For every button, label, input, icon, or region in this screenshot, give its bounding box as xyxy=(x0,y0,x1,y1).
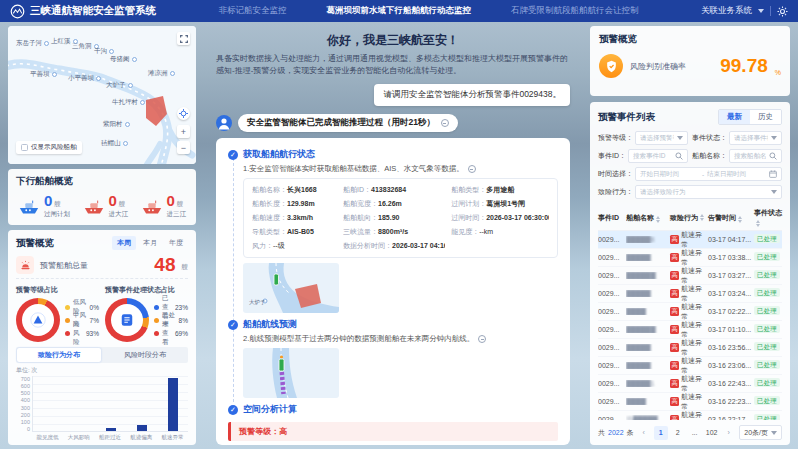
prediction-map[interactable] xyxy=(243,348,339,398)
shield-icon xyxy=(599,54,623,78)
sort-icon[interactable] xyxy=(738,216,742,223)
nav-item[interactable]: 葛洲坝坝前水域下行船舶航行动态监控 xyxy=(327,5,472,17)
level-badge: 高 xyxy=(670,253,679,262)
filter-label: 船舶名称： xyxy=(692,151,727,161)
events-filters: 预警等级：请选择预警等级事件状态：请选择事件状态事件ID：搜索事件ID船舶名称：… xyxy=(598,131,782,199)
period-tab[interactable]: 本周 xyxy=(112,236,136,250)
next-page-button[interactable]: › xyxy=(722,426,736,440)
search-icon xyxy=(675,152,683,160)
header-divider xyxy=(770,6,771,16)
page-button[interactable]: 1 xyxy=(654,426,668,440)
zoom-in-button[interactable]: + xyxy=(177,125,190,138)
risk-only-checkbox[interactable]: 仅显示风险船舶 xyxy=(16,141,82,154)
locate-icon[interactable] xyxy=(177,107,190,120)
filter-input[interactable]: 搜索事件ID xyxy=(628,149,688,163)
legend-value: 23% xyxy=(175,304,188,311)
column-header[interactable]: 告警时间 xyxy=(708,213,754,223)
collapse-icon[interactable] xyxy=(441,119,449,127)
filter-input[interactable]: 请选择事件状态 xyxy=(729,131,782,145)
step1-title: 获取船舶航行状态 xyxy=(243,148,315,161)
period-tab[interactable]: 本月 xyxy=(138,236,162,250)
sort-icon[interactable] xyxy=(756,220,760,227)
warning-level-donut xyxy=(16,298,60,342)
nav-item[interactable]: 石牌受限制航段船舶航行会让控制 xyxy=(511,5,639,17)
ship-stat-unit: 艘 xyxy=(52,200,60,207)
ship-stats: 0 艘过闸计划 0 艘进大江 0 艘进三江 xyxy=(16,194,188,219)
legend-label: 未查看 xyxy=(162,320,172,347)
checkbox-label: 仅显示风险船舶 xyxy=(31,143,77,152)
period-tab[interactable]: 年度 xyxy=(164,236,188,250)
map-place-label: 滩凉洲 xyxy=(148,69,175,78)
info-field-label: 船舶长度： xyxy=(252,200,287,207)
event-id-cell: 0029... xyxy=(598,236,626,243)
chevron-down-icon xyxy=(771,190,777,194)
step1-collapse-icon[interactable] xyxy=(468,165,476,173)
donut1-center-icon xyxy=(30,312,46,328)
table-row[interactable]: 0029...████高航速异常03-17 02:22...已处理 xyxy=(598,303,782,321)
risk-behavior-text: 航速异常 xyxy=(681,410,708,421)
total-warning-unit: 艘 xyxy=(182,263,189,272)
risk-behavior-text: 航速异常 xyxy=(681,356,708,376)
step2-collapse-icon[interactable] xyxy=(478,335,486,343)
table-row[interactable]: 0029...█████1高航速异常03-16 22:43...已处理 xyxy=(598,375,782,393)
page-size-select[interactable]: 20条/页 xyxy=(739,425,782,440)
column-header[interactable]: 船舶名称 xyxy=(626,213,670,223)
sort-icon[interactable] xyxy=(656,216,660,223)
overview-map[interactable]: 东岳子河上红溪三角洞干沟母猪阑平善坝小平善坝滩凉洲大炉子牛扎坪村紫阳村毡帽山 仅… xyxy=(8,26,196,164)
table-row[interactable]: 0029...█████高航速异常03-17 03:24...已处理 xyxy=(598,285,782,303)
column-header[interactable]: 致险行为 xyxy=(670,213,708,223)
search-icon xyxy=(769,152,777,160)
chevron-down-icon xyxy=(771,136,777,140)
event-id-cell: 0029... xyxy=(598,272,626,279)
map-label-text: 干沟 xyxy=(94,47,107,56)
page-button[interactable]: 102 xyxy=(705,426,719,440)
fullscreen-icon[interactable] xyxy=(177,32,190,45)
table-row[interactable]: 0029...██████高航速异常03-17 01:10...已处理 xyxy=(598,321,782,339)
info-field-value: 16.26m xyxy=(378,200,402,207)
zoom-out-button[interactable]: − xyxy=(177,141,190,154)
app-title: 三峡通航智能安全监管系统 xyxy=(30,4,156,18)
info-field-label: 过闸计划： xyxy=(451,200,486,207)
distribution-tab[interactable]: 风险时段分布 xyxy=(103,348,187,362)
events-tab[interactable]: 最新 xyxy=(719,110,750,124)
filter-input[interactable]: 开始日期时间-结束日期时间 xyxy=(635,167,782,181)
table-row[interactable]: 0029...█████高航速异常03-17 03:38...已处理 xyxy=(598,249,782,267)
situation-map[interactable]: 大炉子 xyxy=(243,263,339,313)
info-field-label: 三峡流量： xyxy=(343,228,378,235)
table-row[interactable]: 0029...█████高航速异常03-16 23:56...已处理 xyxy=(598,339,782,357)
table-row[interactable]: 0029...█████8高航速异常03-17 04:17...已处理 xyxy=(598,231,782,249)
map-point-icon xyxy=(109,49,114,54)
donut1-title: 预警等级占比 xyxy=(16,285,99,295)
table-row[interactable]: 0029...█████高航速异常03-16 23:06...已处理 xyxy=(598,357,782,375)
filter-input[interactable]: 请选择致险行为 xyxy=(635,185,782,199)
legend-dot-icon xyxy=(65,305,70,310)
downstream-ships-panel: 下行船舶概览 0 艘过闸计划 0 艘进大江 0 艘进三江 xyxy=(8,169,196,225)
legend-label: 高风险 xyxy=(73,320,83,347)
distribution-tab[interactable]: 致险行为分布 xyxy=(17,348,101,362)
related-systems-menu[interactable]: 关联业务系统 xyxy=(701,5,752,17)
sort-icon[interactable] xyxy=(700,214,704,221)
events-list-title: 预警事件列表 xyxy=(598,111,655,124)
info-field: 风力：--级 xyxy=(252,241,337,251)
filter-placeholder: 请选择预警等级 xyxy=(640,134,674,143)
filter-placeholder: 结束日期时间 xyxy=(707,170,766,179)
bar xyxy=(168,378,178,431)
gear-icon[interactable] xyxy=(777,6,788,17)
chevron-down-icon xyxy=(771,431,777,435)
nav-item[interactable]: 非标记船安全监控 xyxy=(219,5,287,17)
legend-value: 69% xyxy=(175,330,188,337)
prev-page-button[interactable]: ‹ xyxy=(637,426,651,440)
page-button[interactable]: ... xyxy=(688,426,702,440)
filter-input[interactable]: 搜索船舶名称 xyxy=(729,149,782,163)
ship-name-text: █████8 xyxy=(626,236,655,243)
daterange-separator: - xyxy=(702,171,704,178)
bar-category-label: 航迹偏离 xyxy=(126,432,157,441)
table-row[interactable]: 0029...██████高航速异常03-17 03:27...已处理 xyxy=(598,267,782,285)
table-row[interactable]: 0029...浩█████高航速异常03-16 22:17...已处理 xyxy=(598,411,782,420)
status-badge: 已处理 xyxy=(754,396,780,405)
table-row[interactable]: 0029...████高航速异常03-16 22:23...已处理 xyxy=(598,393,782,411)
filter-input[interactable]: 请选择预警等级 xyxy=(635,131,688,145)
page-button[interactable]: 2 xyxy=(671,426,685,440)
column-header[interactable]: 事件状态 xyxy=(754,208,782,227)
events-tab[interactable]: 历史 xyxy=(750,110,781,124)
